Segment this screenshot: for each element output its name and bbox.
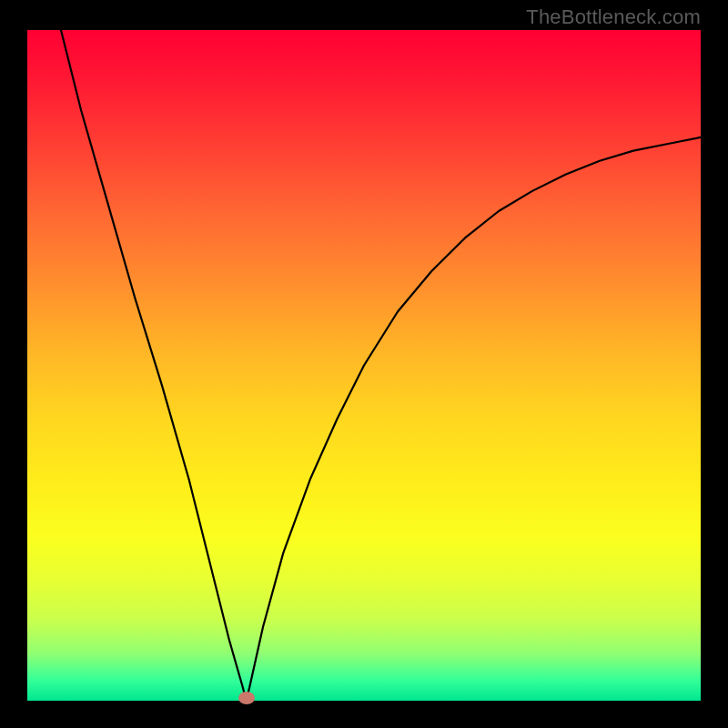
chart-frame: TheBottleneck.com	[0, 0, 728, 728]
minimum-marker	[238, 692, 255, 704]
attribution-text: TheBottleneck.com	[526, 5, 701, 29]
bottleneck-curve	[27, 30, 701, 701]
plot-area	[27, 30, 701, 701]
